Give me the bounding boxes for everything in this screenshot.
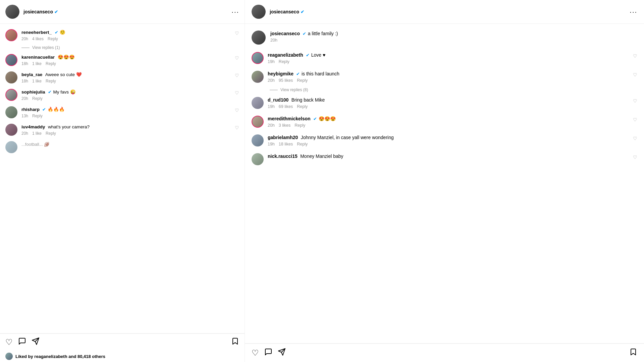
left-reply-kareninacuellar[interactable]: Reply — [46, 61, 56, 66]
left-username-text: josiecanseco — [23, 9, 53, 14]
right-post-comment: josiecanseco ✔ a little family :) 20h — [245, 26, 644, 49]
right-content-nickraucci: nick.raucci15 Money Manziel baby — [268, 153, 633, 159]
right-verified-josie-post: ✔ — [303, 31, 306, 36]
right-like-heybigmike[interactable]: ♡ — [633, 71, 637, 77]
left-bookmark-icon[interactable] — [231, 337, 239, 347]
left-meta-sophiejulia: 20h Reply — [21, 96, 235, 101]
right-reply-drud100[interactable]: Reply — [297, 104, 308, 109]
right-username-meredith: meredithmickelson — [268, 116, 311, 121]
right-content-drud100: d_rud100 Bring back Mike 19h 69 likes Re… — [268, 97, 633, 109]
liked-by-avatar — [5, 353, 13, 360]
left-more-button[interactable]: ··· — [231, 8, 239, 16]
left-replies-line-reneeherbert — [21, 48, 30, 48]
left-avatar-rhisharp — [5, 106, 17, 118]
left-likes-beyla-rae: 1 like — [32, 79, 42, 83]
right-comment-meredith: meredithmickelson ✔ 😍😍😍 20h 3 likes Repl… — [245, 112, 644, 131]
left-bottom-section: ♡ Liked by reaganelizabeth and 80,418 ot… — [0, 333, 245, 362]
right-likes-meredith: 3 likes — [279, 123, 290, 128]
left-time-kareninacuellar: 18h — [21, 61, 28, 66]
left-comment-partial: ...football... 🏈 — [0, 138, 245, 156]
right-like-gabrielamh20[interactable]: ♡ — [633, 134, 637, 141]
left-verified-rhisharp: ✔ — [42, 107, 46, 112]
right-username-gabrielamh20: gabrielamh20 — [268, 135, 298, 140]
left-reply-beyla-rae[interactable]: Reply — [46, 79, 56, 83]
right-meta-drud100: 19h 69 likes Reply — [268, 104, 633, 109]
right-meta-reaganelizabeth: 19h Reply — [268, 59, 633, 64]
left-comments-area: reneeherbert_ ✔ 🤨 20h 4 likes Reply ♡ Vi… — [0, 24, 245, 333]
right-header-avatar-circle — [252, 5, 266, 19]
right-content-meredith: meredithmickelson ✔ 😍😍😍 20h 3 likes Repl… — [268, 116, 633, 128]
left-reply-sophiejulia[interactable]: Reply — [32, 96, 43, 101]
right-like-meredith[interactable]: ♡ — [633, 116, 637, 122]
left-panel: josiecanseco ✔ ··· reneeherbert_ ✔ 🤨 20h… — [0, 0, 245, 362]
left-time-iuv4maddy: 20h — [21, 131, 28, 136]
right-avatar-meredith — [252, 116, 264, 128]
left-verified-icon: ✔ — [54, 9, 58, 14]
left-content-beyla-rae: beyla_rae Aweee so cute ❤️ 18h 1 like Re… — [21, 71, 235, 83]
left-comment-icon[interactable] — [18, 337, 26, 347]
left-share-icon[interactable] — [32, 337, 40, 347]
right-avatar-reaganelizabeth — [252, 52, 264, 64]
right-like-reaganelizabeth[interactable]: ♡ — [633, 52, 637, 59]
left-content-reneeherbert: reneeherbert_ ✔ 🤨 20h 4 likes Reply — [21, 29, 235, 41]
right-username-heybigmike: heybigmike — [268, 71, 293, 76]
left-replies-text-reneeherbert: View replies (1) — [32, 45, 60, 50]
left-text-reneeherbert: 🤨 — [60, 30, 65, 35]
right-text-reaganelizabeth: Love ♥ — [311, 52, 326, 58]
right-more-button[interactable]: ··· — [630, 8, 637, 16]
left-avatar-reneeherbert — [5, 29, 17, 41]
left-content-partial: ...football... 🏈 — [21, 141, 239, 147]
right-comment-icon[interactable] — [264, 348, 272, 358]
right-reply-reaganelizabeth[interactable]: Reply — [279, 59, 289, 64]
left-meta-rhisharp: 13h Reply — [21, 114, 235, 118]
left-like-kareninacuellar[interactable]: ♡ — [235, 54, 239, 61]
left-username-iuv4maddy: iuv4maddy — [21, 124, 45, 129]
left-like-reneeherbert[interactable]: ♡ — [235, 29, 239, 36]
right-reply-heybigmike[interactable]: Reply — [297, 78, 308, 83]
right-time-meredith: 20h — [268, 123, 275, 128]
right-text-meredith: 😍😍😍 — [319, 116, 336, 121]
left-like-sophiejulia[interactable]: ♡ — [235, 89, 239, 96]
left-post-header: josiecanseco ✔ ··· — [0, 0, 245, 24]
right-like-nickraucci[interactable]: ♡ — [633, 153, 637, 160]
left-time-beyla-rae: 18h — [21, 79, 28, 83]
left-like-rhisharp[interactable]: ♡ — [235, 106, 239, 113]
left-comment-sophiejulia: sophiejulia ✔ My favs 😜 20h Reply ♡ — [0, 86, 245, 104]
right-verified-heybigmike: ✔ — [296, 71, 300, 76]
right-view-replies-heybigmike[interactable]: View replies (8) — [245, 86, 644, 94]
left-view-replies-reneeherbert[interactable]: View replies (1) — [0, 44, 245, 51]
left-content-rhisharp: rhisharp ✔ 🔥🔥🔥 13h Reply — [21, 106, 235, 118]
right-content-josie-post: josiecanseco ✔ a little family :) 20h — [270, 31, 637, 43]
right-avatar-josie-post — [252, 31, 266, 45]
right-bookmark-icon[interactable] — [629, 348, 637, 358]
left-reply-iuv4maddy[interactable]: Reply — [46, 131, 56, 136]
right-avatar-drud100 — [252, 97, 264, 109]
left-like-icon[interactable]: ♡ — [5, 338, 13, 347]
right-verified-reaganelizabeth: ✔ — [306, 53, 310, 58]
left-text-kareninacuellar: 😍😍😍 — [58, 55, 75, 60]
left-like-iuv4maddy[interactable]: ♡ — [235, 124, 239, 130]
right-header-username: josiecanseco ✔ — [270, 9, 304, 14]
left-reply-reneeherbert[interactable]: Reply — [48, 37, 58, 41]
left-like-beyla-rae[interactable]: ♡ — [235, 71, 239, 78]
right-reply-gabrielamh20[interactable]: Reply — [297, 142, 308, 146]
right-text-josie-post: a little family :) — [308, 31, 338, 36]
right-time-gabrielamh20: 19h — [268, 142, 275, 146]
right-replies-line-heybigmike — [270, 90, 278, 90]
left-username-sophiejulia: sophiejulia — [21, 89, 45, 95]
right-like-icon[interactable]: ♡ — [252, 348, 259, 358]
right-share-icon[interactable] — [278, 348, 286, 358]
left-comment-reneeherbert: reneeherbert_ ✔ 🤨 20h 4 likes Reply ♡ — [0, 26, 245, 44]
left-avatar-beyla-rae — [5, 71, 17, 83]
left-comment-iuv4maddy: iuv4maddy what's your camera? 20h 1 like… — [0, 121, 245, 138]
right-content-heybigmike: heybigmike ✔ is this hard launch 20h 95 … — [268, 71, 633, 83]
right-bottom-section: ♡ — [245, 343, 644, 362]
right-time-heybigmike: 20h — [268, 78, 275, 83]
right-like-drud100[interactable]: ♡ — [633, 97, 637, 104]
right-username-reaganelizabeth: reaganelizabeth — [268, 52, 303, 58]
left-reply-rhisharp[interactable]: Reply — [32, 114, 43, 118]
left-meta-beyla-rae: 18h 1 like Reply — [21, 79, 235, 83]
right-username-drud100: d_rud100 — [268, 97, 288, 103]
right-reply-meredith[interactable]: Reply — [294, 123, 305, 128]
left-avatar-sophiejulia — [5, 89, 17, 101]
